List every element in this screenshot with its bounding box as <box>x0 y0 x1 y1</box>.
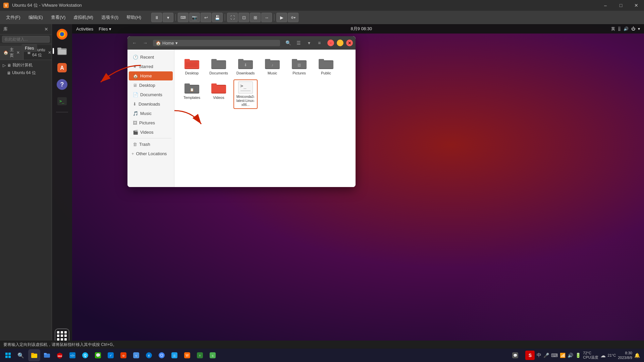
taskbar-notification[interactable]: 💬 <box>509 349 521 361</box>
sidebar-recent[interactable]: 🕐 Recent <box>129 53 173 62</box>
folder-downloads[interactable]: ⬇ Downloads <box>233 55 258 77</box>
svg-rect-48 <box>8 356 11 358</box>
notification-bell[interactable]: 🔔 <box>634 353 640 358</box>
back-button[interactable]: ← <box>130 39 139 47</box>
taskbar-vscode[interactable]: </> <box>66 349 78 361</box>
sidebar-home[interactable]: 🏠 Home <box>129 71 173 80</box>
taskbar-edge[interactable]: e <box>143 349 155 361</box>
menu-file[interactable]: 文件(F) <box>3 13 24 22</box>
library-search-input[interactable] <box>2 36 50 43</box>
system-clock[interactable]: 8:30 2023/8/9 <box>618 351 632 360</box>
folder-templates[interactable]: 📋 Templates <box>180 79 204 109</box>
dock-help[interactable]: ? <box>55 77 69 92</box>
dropdown-button[interactable]: ▾ <box>163 13 173 22</box>
menu-button[interactable]: ≡ <box>315 39 324 47</box>
folder-videos[interactable]: Videos <box>207 79 231 109</box>
topbar-files-menu[interactable]: Files ▾ <box>99 26 111 32</box>
folder-public[interactable]: Public <box>314 55 338 77</box>
folder-pictures[interactable]: 🖼 Pictures <box>287 55 311 77</box>
address-dropdown[interactable]: ▾ <box>175 41 178 46</box>
dock-files[interactable] <box>55 44 69 58</box>
folder-desktop[interactable]: Desktop <box>180 55 204 77</box>
revert[interactable]: ↩ <box>201 13 211 22</box>
suspend[interactable]: 💾 <box>212 13 223 22</box>
taskbar-text-editor[interactable]: T <box>194 349 206 361</box>
unity[interactable]: ⊞ <box>250 13 261 22</box>
menu-edit[interactable]: 编辑(E) <box>25 13 46 22</box>
tree-item-my-computer[interactable]: ▷ 🖥 我的计算机 <box>0 61 52 69</box>
taskbar-green-app[interactable]: S <box>207 349 219 361</box>
mic-icon[interactable]: 🎤 <box>543 353 549 358</box>
sidebar-starred[interactable]: ★ Starred <box>129 62 173 71</box>
start-button[interactable] <box>1 350 15 361</box>
search-button[interactable]: 🔍 <box>15 350 27 361</box>
fit-guest[interactable]: ⊡ <box>238 13 249 22</box>
taskbar-chrome[interactable] <box>156 349 168 361</box>
taskbar-dazhicloud[interactable]: 云 <box>168 349 180 361</box>
sidebar-trash[interactable]: 🗑 Trash <box>129 140 173 149</box>
sidebar-desktop[interactable]: 🖥 Desktop <box>129 81 173 90</box>
taskbar-todo[interactable]: ✓ <box>105 349 117 361</box>
taskbar-qq[interactable]: Q <box>79 349 91 361</box>
search-button[interactable]: 🔍 <box>283 39 293 47</box>
file-miniconda[interactable]: > _ Miniconda3-latest-Linux-x86... <box>233 79 258 109</box>
settings[interactable]: ⚙▾ <box>288 13 299 22</box>
window-controls[interactable]: – □ ✕ <box>598 0 644 11</box>
taskbar-wechat[interactable]: 💬 <box>92 349 104 361</box>
sidebar-pictures[interactable]: 🖼 Pictures <box>129 118 173 127</box>
topbar-lang[interactable]: 英 <box>611 26 615 32</box>
battery-icon[interactable]: 🔋 <box>575 353 581 358</box>
tree-item-ubuntu[interactable]: 🖥 Ubuntu 64 位 <box>0 69 52 77</box>
minimize-button[interactable]: – <box>598 0 613 11</box>
view-list-button[interactable]: ☰ <box>294 39 303 47</box>
topbar-power-icon[interactable]: ⏻ <box>631 26 635 31</box>
maximize-button[interactable]: □ <box>613 0 629 11</box>
address-bar[interactable]: 🏠 Home ▾ <box>153 40 280 46</box>
input-method-icon[interactable]: 中 <box>537 352 541 358</box>
taskbar-another-explorer[interactable] <box>41 349 53 361</box>
pause-button[interactable]: ⏸ <box>151 13 162 22</box>
sidebar-videos[interactable]: 🎬 Videos <box>129 128 173 137</box>
vmware-titlebar: V Ubuntu 64 位 - VMware Workstation – □ ✕ <box>0 0 644 11</box>
sidebar-documents[interactable]: 📄 Documents <box>129 90 173 99</box>
console[interactable]: ▶ <box>276 13 287 22</box>
menu-help[interactable]: 帮助(H) <box>123 13 145 22</box>
topbar-activities[interactable]: Activities <box>76 26 93 32</box>
sidebar-downloads[interactable]: ⬇ Downloads <box>129 100 173 109</box>
speaker-icon[interactable]: 🔊 <box>568 353 573 358</box>
taskbar-office[interactable]: O <box>117 349 129 361</box>
folder-documents[interactable]: Documents <box>207 55 231 77</box>
dock-app-store[interactable]: A <box>55 60 69 75</box>
dock-terminal[interactable]: >_ <box>55 94 69 109</box>
network-icon[interactable]: 📶 <box>560 353 566 358</box>
folder-music[interactable]: ♪ Music <box>260 55 284 77</box>
taskbar-app-orange[interactable]: W <box>181 349 193 361</box>
menu-vm[interactable]: 虚拟机(M) <box>70 13 97 22</box>
send-ctrl-alt-del[interactable]: ⌨ <box>178 13 189 22</box>
menu-view[interactable]: 查看(V) <box>48 13 69 22</box>
topbar-settings-icon[interactable]: ▾ <box>638 26 640 31</box>
topbar-volume-icon[interactable]: 🔊 <box>624 26 629 31</box>
ubuntu-tab-close[interactable]: ✕ <box>48 50 51 55</box>
sidebar-other-locations[interactable]: + Other Locations <box>127 149 174 158</box>
sidebar-music[interactable]: 🎵 Music <box>129 109 173 118</box>
taskbar-antivirus[interactable]: 360 <box>54 349 66 361</box>
full-screen[interactable]: ⛶ <box>227 13 238 22</box>
menu-tabs[interactable]: 选项卡(I) <box>98 13 122 22</box>
close-button[interactable]: ✕ <box>629 0 644 11</box>
taskbar-app-blue[interactable]: V <box>130 349 142 361</box>
forward-button[interactable]: → <box>141 39 150 47</box>
dock-firefox[interactable] <box>55 27 69 42</box>
maximize-button[interactable] <box>337 40 343 46</box>
home-tab-close[interactable]: ✕ <box>16 50 20 55</box>
taskbar-explorer[interactable] <box>28 349 40 361</box>
stretch[interactable]: ↔ <box>261 13 272 22</box>
keyboard-icon[interactable]: ⌨ <box>551 353 558 358</box>
library-close-button[interactable]: ✕ <box>44 26 48 32</box>
close-button[interactable]: ✕ <box>346 40 353 46</box>
minimize-button[interactable]: − <box>327 40 334 46</box>
tab-home[interactable]: 🏠 主页 ✕ <box>0 46 23 60</box>
sogou-icon[interactable]: S <box>525 351 535 360</box>
snapshot[interactable]: 📷 <box>189 13 200 22</box>
view-toggle-button[interactable]: ▾ <box>304 39 314 47</box>
